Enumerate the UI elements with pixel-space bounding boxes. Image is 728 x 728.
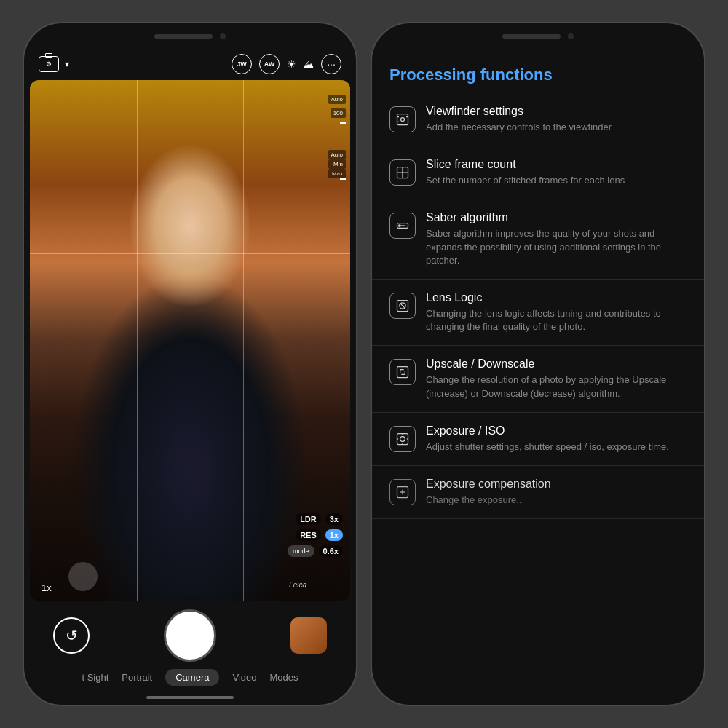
- viewfinder-settings-icon: [389, 106, 416, 132]
- res-row: RES 1x: [296, 529, 343, 541]
- viewfinder-text: Viewfinder settings Add the necessary co…: [426, 105, 687, 134]
- viewfinder-svg: [395, 112, 410, 127]
- res-label[interactable]: RES: [296, 529, 321, 541]
- upscale-settings-icon: [389, 359, 416, 385]
- lens-svg: [395, 298, 410, 313]
- right-phone: Processing functions Viewfinder settings…: [371, 22, 705, 706]
- speaker: [154, 34, 213, 39]
- camera-ui: ⚙ ▾ JW AW ☀ ⛰ ···: [24, 23, 356, 705]
- home-indicator: [146, 696, 234, 699]
- ldr-row: LDR 3x: [296, 513, 343, 525]
- exposure-desc: Adjust shutter settings, shutter speed /…: [426, 440, 687, 454]
- compensation-settings-icon: [389, 479, 416, 505]
- lens-desc: Changing the lens logic affects tuning a…: [426, 307, 687, 333]
- exposure-settings-icon: [389, 426, 416, 452]
- upscale-title: Upscale / Downscale: [426, 357, 687, 371]
- svg-point-1: [401, 118, 405, 122]
- res-value[interactable]: 1x: [325, 529, 343, 541]
- compensation-title: Exposure compensation: [426, 478, 687, 491]
- camera-top-icons: JW AW ☀ ⛰ ···: [232, 54, 341, 74]
- aw-icon[interactable]: AW: [259, 54, 280, 74]
- settings-item-upscale[interactable]: Upscale / Downscale Change the resolutio…: [372, 346, 704, 412]
- grid-v2: [243, 80, 244, 601]
- settings-item-exposure[interactable]: Exposure / ISO Adjust shutter settings, …: [372, 413, 704, 466]
- phone-top-bar: [24, 23, 356, 50]
- saber-desc: Saber algorithm improves the quality of …: [426, 227, 687, 267]
- lens-settings-icon: [389, 293, 416, 319]
- compensation-svg: [395, 485, 410, 499]
- svg-line-13: [400, 304, 405, 309]
- settings-item-saber[interactable]: Saber algorithm Saber algorithm improves…: [372, 199, 704, 280]
- right-indicators: Auto 100 Auto Min Max: [328, 95, 346, 180]
- front-camera-right: [568, 33, 574, 39]
- tab-camera[interactable]: Camera: [165, 669, 219, 686]
- iso-max: Max: [328, 169, 346, 178]
- more-options-icon[interactable]: ···: [321, 54, 341, 74]
- iso-top-value: 100: [331, 108, 346, 118]
- shutter-row: ↺: [39, 609, 341, 662]
- settings-list: Viewfinder settings Add the necessary co…: [372, 93, 704, 705]
- mode-row: mode 0.6x: [288, 545, 343, 557]
- svg-rect-0: [397, 114, 408, 125]
- exposure-title: Exposure / ISO: [426, 424, 687, 438]
- compensation-desc: Change the exposure...: [426, 494, 687, 507]
- svg-point-10: [399, 225, 401, 227]
- shutter-button[interactable]: [164, 609, 216, 662]
- camera-settings-icon[interactable]: ⚙: [39, 56, 59, 72]
- grid-h2: [30, 427, 350, 427]
- slice-desc: Set the number of stitched frames for ea…: [426, 174, 687, 187]
- lens-text: Lens Logic Changing the lens logic affec…: [426, 291, 687, 333]
- tab-modes[interactable]: Modes: [270, 672, 298, 683]
- thumbnail-button[interactable]: [290, 617, 327, 654]
- left-phone: ⚙ ▾ JW AW ☀ ⛰ ···: [23, 22, 357, 706]
- grid-v1: [137, 80, 138, 601]
- tab-video[interactable]: Video: [232, 672, 256, 683]
- viewfinder-background: Auto 100 Auto Min Max LDR 3x: [30, 80, 350, 601]
- auto-label-2: Auto: [328, 150, 346, 159]
- viewfinder[interactable]: Auto 100 Auto Min Max LDR 3x: [30, 80, 350, 601]
- ldr-label[interactable]: LDR: [296, 513, 321, 525]
- front-camera: [220, 33, 226, 39]
- camera-controls: LDR 3x RES 1x mode 0.6x: [288, 513, 343, 557]
- compensation-text: Exposure compensation Change the exposur…: [426, 478, 687, 507]
- upscale-text: Upscale / Downscale Change the resolutio…: [426, 357, 687, 400]
- camera-top-left: ⚙ ▾: [39, 56, 69, 72]
- tab-portrait[interactable]: Portrait: [122, 672, 152, 683]
- settings-item-lens[interactable]: Lens Logic Changing the lens logic affec…: [372, 280, 704, 346]
- mode-tabs: t Sight Portrait Camera Video Modes: [82, 669, 298, 686]
- lens-title: Lens Logic: [426, 291, 687, 304]
- slice-svg: [395, 165, 410, 180]
- auto-label: Auto: [328, 95, 346, 104]
- phone-top-bar-right: [372, 23, 704, 50]
- speaker-right: [502, 34, 561, 39]
- leica-logo: Leica: [289, 581, 306, 589]
- grid-h1: [30, 253, 350, 254]
- settings-title: Processing functions: [372, 54, 704, 93]
- saber-text: Saber algorithm Saber algorithm improves…: [426, 211, 687, 267]
- slice-title: Slice frame count: [426, 158, 687, 171]
- exposure-text: Exposure / ISO Adjust shutter settings, …: [426, 424, 687, 454]
- mode-button[interactable]: mode: [288, 545, 314, 557]
- tab-night-sight[interactable]: t Sight: [82, 672, 108, 683]
- saber-settings-icon: [389, 213, 416, 239]
- svg-rect-14: [397, 367, 408, 378]
- indicator-line-1: [340, 122, 346, 124]
- slice-settings-icon: [389, 159, 416, 186]
- upscale-desc: Change the resolution of a photo by appl…: [426, 373, 687, 400]
- indicator-line-2: [340, 178, 346, 180]
- rotate-button[interactable]: ↺: [53, 617, 90, 654]
- saber-svg: [395, 218, 410, 233]
- mode-value[interactable]: 0.6x: [319, 545, 343, 557]
- sun-icon[interactable]: ☀: [287, 58, 296, 70]
- slice-text: Slice frame count Set the number of stit…: [426, 158, 687, 187]
- svg-rect-15: [397, 433, 408, 444]
- mountain-icon[interactable]: ⛰: [304, 58, 314, 70]
- viewfinder-desc: Add the necessary controls to the viewfi…: [426, 121, 687, 134]
- settings-item-slice[interactable]: Slice frame count Set the number of stit…: [372, 146, 704, 199]
- settings-item-compensation[interactable]: Exposure compensation Change the exposur…: [372, 466, 704, 519]
- zoom-indicator[interactable]: 1x: [41, 562, 98, 593]
- jw-icon[interactable]: JW: [232, 54, 252, 74]
- ldr-value[interactable]: 3x: [325, 513, 343, 525]
- settings-item-viewfinder[interactable]: Viewfinder settings Add the necessary co…: [372, 93, 704, 146]
- chevron-down-icon[interactable]: ▾: [65, 59, 69, 69]
